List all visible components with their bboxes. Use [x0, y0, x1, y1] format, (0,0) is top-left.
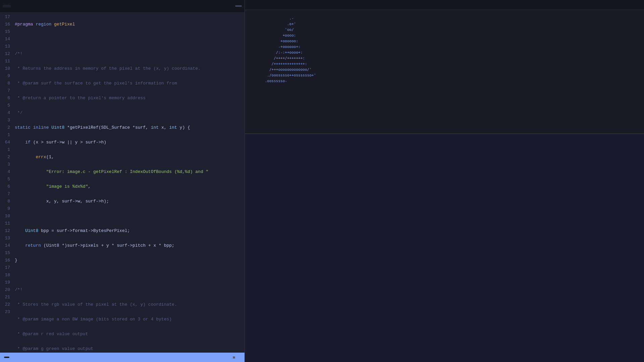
neofetch-ascii-art: .- .o+' 'oo/ +oooo: +oooooo: -+oooooo+: … — [252, 15, 359, 84]
neofetch-topbar — [245, 0, 644, 10]
screen: 1716151413 121110 9 8 7 6 5 4 3 2 164 1 … — [0, 0, 644, 362]
neofetch-pane: .- .o+' 'oo/ +oooo: +oooooo: -+oooooo+: … — [245, 0, 644, 134]
status-right: ≡ — [222, 355, 240, 360]
neofetch-inner: .- .o+' 'oo/ +oooo: +oooooo: -+oooooo+: … — [245, 10, 644, 89]
line-numbers: 1716151413 121110 9 8 7 6 5 4 3 2 164 1 … — [0, 12, 12, 353]
editor-content: 1716151413 121110 9 8 7 6 5 4 3 2 164 1 … — [0, 12, 245, 353]
buffers-pill[interactable] — [235, 5, 242, 7]
editor-tab-image-c[interactable] — [3, 5, 11, 7]
status-mode — [4, 357, 9, 358]
editor-statusbar: ≡ — [0, 353, 245, 362]
right-pane: .- .o+' 'oo/ +oooo: +oooooo: -+oooooo+: … — [245, 0, 644, 362]
main-area: 1716151413 121110 9 8 7 6 5 4 3 2 164 1 … — [0, 0, 644, 362]
status-pos: ≡ — [233, 355, 235, 360]
code-area[interactable]: #pragma region getPixel /*! * Returns th… — [12, 12, 245, 353]
editor-tab-bar — [0, 0, 245, 12]
editor-pane: 1716151413 121110 9 8 7 6 5 4 3 2 164 1 … — [0, 0, 245, 362]
